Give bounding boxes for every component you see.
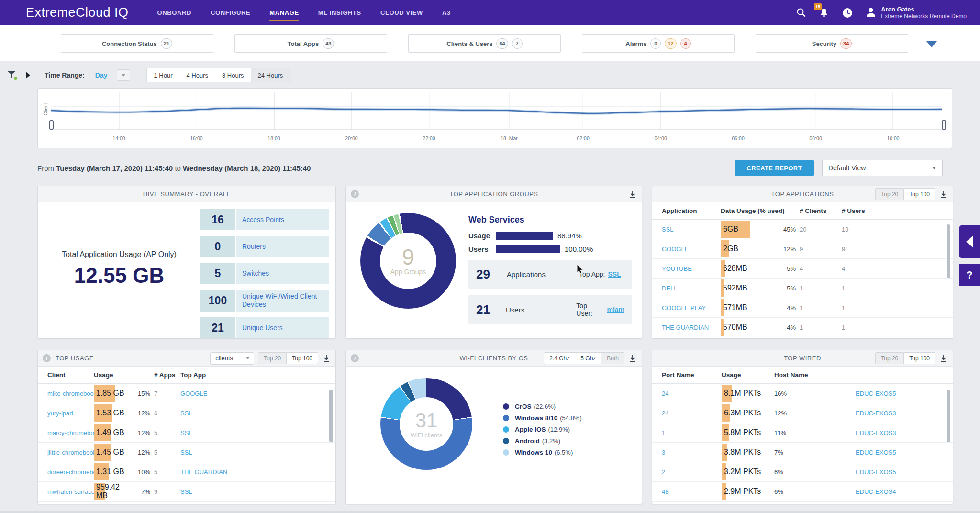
stat-row-access-points[interactable]: 16 Access Points bbox=[200, 209, 329, 230]
filter-funnel-icon[interactable] bbox=[8, 71, 16, 79]
client-link[interactable]: doreen-chromebook bbox=[47, 468, 94, 476]
legend-item-cros[interactable]: CrOS 22.6% bbox=[503, 403, 582, 410]
legend-item-windows-8-10[interactable]: Windows 8/10 54.8% bbox=[503, 414, 582, 422]
top-100-button[interactable]: Top 100 bbox=[904, 188, 935, 200]
host-link[interactable]: EDUC-EXOS5 bbox=[817, 390, 941, 397]
application-link[interactable]: GOOGLE PLAY bbox=[662, 304, 721, 312]
view-select-dropdown[interactable]: Default View bbox=[822, 160, 943, 176]
table-row[interactable]: yury-ipad 1.53 GB 12% 6 SSL bbox=[38, 403, 335, 423]
table-row[interactable]: mwhalen-surface 959.42 MB 7% 9 SSL bbox=[38, 482, 335, 502]
download-icon[interactable] bbox=[939, 190, 948, 199]
time-range-dropdown[interactable] bbox=[117, 69, 130, 81]
table-row[interactable]: GOOGLE PLAY 571MB 4% 1 1 bbox=[652, 298, 953, 318]
top-app-link[interactable]: SSL bbox=[180, 449, 324, 456]
user-menu[interactable]: Aren Gates Extreme Networks Remote Demo bbox=[865, 6, 967, 20]
nav-item-manage[interactable]: MANAGE bbox=[269, 0, 299, 25]
status-tab-alarms[interactable]: Alarms 0 12 4 bbox=[582, 34, 735, 53]
band-5ghz-button[interactable]: 5 Ghz bbox=[575, 352, 601, 364]
status-tab-connection[interactable]: Connection Status 21 bbox=[61, 34, 213, 53]
slide-out-panel-tab[interactable] bbox=[959, 225, 980, 258]
client-link[interactable]: marcy-chromebook bbox=[47, 429, 94, 436]
collapse-panel-caret-icon[interactable] bbox=[926, 41, 937, 47]
search-icon[interactable] bbox=[796, 7, 806, 18]
table-row[interactable]: YOUTUBE 628MB 5% 4 4 bbox=[652, 259, 953, 279]
application-link[interactable]: THE GUARDIAN bbox=[662, 324, 721, 331]
client-link[interactable]: jlittle-chromebook bbox=[47, 449, 94, 456]
table-row[interactable]: GOOGLE 2GB 12% 9 9 bbox=[652, 239, 953, 259]
top-app-link[interactable]: THE GUARDIAN bbox=[180, 468, 324, 476]
top-app-link[interactable]: SSL bbox=[180, 410, 324, 417]
host-link[interactable]: EDUC-EXOS4 bbox=[817, 488, 941, 495]
nav-item-configure[interactable]: CONFIGURE bbox=[211, 0, 250, 25]
help-button[interactable]: ? bbox=[959, 264, 980, 286]
info-icon[interactable]: i bbox=[43, 354, 51, 362]
host-link[interactable]: EDUC-EXOS3 bbox=[817, 429, 941, 436]
top-20-button[interactable]: Top 20 bbox=[875, 352, 904, 364]
table-row[interactable]: jlittle-chromebook 1.45 GB 12% 5 SSL bbox=[38, 443, 335, 462]
create-report-button[interactable]: CREATE REPORT bbox=[735, 160, 814, 176]
stat-row-unique-clients[interactable]: 100 Unique WiFi/Wired Client Devices bbox=[200, 290, 329, 312]
port-link[interactable]: 1 bbox=[662, 429, 722, 436]
table-scrollbar[interactable] bbox=[329, 390, 333, 442]
table-row[interactable]: marcy-chromebook 1.49 GB 12% 5 SSL bbox=[38, 423, 335, 443]
stat-row-switches[interactable]: 5 Switches bbox=[200, 263, 329, 284]
status-tab-total-apps[interactable]: Total Apps 43 bbox=[234, 34, 387, 53]
port-link[interactable]: 48 bbox=[662, 488, 722, 495]
top-app-link[interactable]: GOOGLE bbox=[180, 390, 324, 397]
download-icon[interactable] bbox=[939, 354, 948, 363]
host-link[interactable]: EDUC-EXOS5 bbox=[817, 449, 941, 456]
status-tab-clients-users[interactable]: Clients & Users 64 7 bbox=[408, 34, 561, 53]
top-100-button[interactable]: Top 100 bbox=[287, 352, 318, 364]
stat-row-unique-users[interactable]: 21 Unique Users bbox=[200, 317, 329, 338]
download-icon[interactable] bbox=[628, 190, 637, 199]
client-link[interactable]: mike-chromebook bbox=[47, 390, 94, 397]
time-range-value[interactable]: Day bbox=[95, 71, 108, 79]
nav-item-cloud-view[interactable]: CLOUD VIEW bbox=[380, 0, 423, 25]
download-icon[interactable] bbox=[628, 354, 637, 363]
port-link[interactable]: 24 bbox=[662, 410, 722, 417]
stat-row-routers[interactable]: 0 Routers bbox=[200, 236, 329, 257]
wifi-os-donut-chart[interactable]: 31 WiFi clients bbox=[380, 378, 472, 470]
host-link[interactable]: EDUC-EXOS5 bbox=[817, 468, 941, 476]
top-20-button[interactable]: Top 20 bbox=[875, 188, 904, 200]
table-row[interactable]: 48 2.9M PKTs 6% EDUC-EXOS4 bbox=[652, 482, 953, 502]
table-row[interactable]: 24 8.1M PKTs 16% EDUC-EXOS5 bbox=[652, 384, 953, 403]
legend-item-apple-ios[interactable]: Apple iOS 12.9% bbox=[503, 426, 582, 433]
table-row[interactable]: doreen-chromebook 1.31 GB 10% 5 THE GUAR… bbox=[38, 462, 335, 482]
table-row[interactable]: mike-chromebook 1.85 GB 15% 7 GOOGLE bbox=[38, 384, 335, 403]
expand-filters-icon[interactable] bbox=[26, 72, 30, 78]
top-app-link[interactable]: SSL bbox=[608, 270, 621, 278]
band-both-button[interactable]: Both bbox=[601, 352, 624, 364]
legend-item-windows-10[interactable]: Windows 10 6.5% bbox=[503, 449, 582, 456]
application-link[interactable]: SSL bbox=[662, 226, 721, 233]
table-row[interactable]: 1 5.8M PKTs 11% EDUC-EXOS3 bbox=[652, 423, 953, 443]
table-row[interactable]: THE GUARDIAN 570MB 4% 1 1 bbox=[652, 318, 953, 337]
app-groups-donut-chart[interactable]: 9 App Groups bbox=[360, 213, 456, 309]
port-link[interactable]: 24 bbox=[662, 390, 722, 397]
port-link[interactable]: 3 bbox=[662, 449, 722, 456]
table-row[interactable]: 2 3.2M PKTs 6% EDUC-EXOS5 bbox=[652, 462, 953, 482]
top-app-link[interactable]: SSL bbox=[180, 488, 324, 495]
range-button-8-hours[interactable]: 8 Hours bbox=[215, 68, 251, 82]
timeline-left-drag-handle[interactable] bbox=[49, 120, 54, 130]
table-row[interactable]: DELL 592MB 5% 1 1 bbox=[652, 279, 953, 298]
table-row[interactable]: 24 6.3M PKTs 12% EDUC-EXOS3 bbox=[652, 403, 953, 423]
table-row[interactable]: 3 3.8M PKTs 7% EDUC-EXOS5 bbox=[652, 443, 953, 462]
client-link[interactable]: yury-ipad bbox=[47, 410, 94, 417]
nav-item-a3[interactable]: A3 bbox=[442, 0, 451, 25]
info-icon[interactable]: i bbox=[351, 354, 359, 362]
timeline-right-drag-handle[interactable] bbox=[942, 120, 946, 130]
timeline-plot[interactable] bbox=[51, 92, 942, 134]
range-button-24-hours[interactable]: 24 Hours bbox=[251, 68, 290, 82]
nav-item-ml-insights[interactable]: ML INSIGHTS bbox=[318, 0, 361, 25]
notifications-bell-icon[interactable]: 15 bbox=[819, 7, 829, 18]
recent-activity-clock-icon[interactable] bbox=[842, 7, 852, 18]
table-scrollbar[interactable] bbox=[947, 224, 950, 278]
range-button-4-hours[interactable]: 4 Hours bbox=[179, 68, 215, 82]
brand-logo[interactable]: ExtremeCloud IQ bbox=[26, 5, 129, 20]
nav-item-onboard[interactable]: ONBOARD bbox=[157, 0, 191, 25]
top-20-button[interactable]: Top 20 bbox=[258, 352, 287, 364]
range-button-1-hour[interactable]: 1 Hour bbox=[146, 68, 179, 82]
info-icon[interactable]: i bbox=[351, 190, 359, 198]
band-2-4ghz-button[interactable]: 2.4 Ghz bbox=[544, 352, 575, 364]
